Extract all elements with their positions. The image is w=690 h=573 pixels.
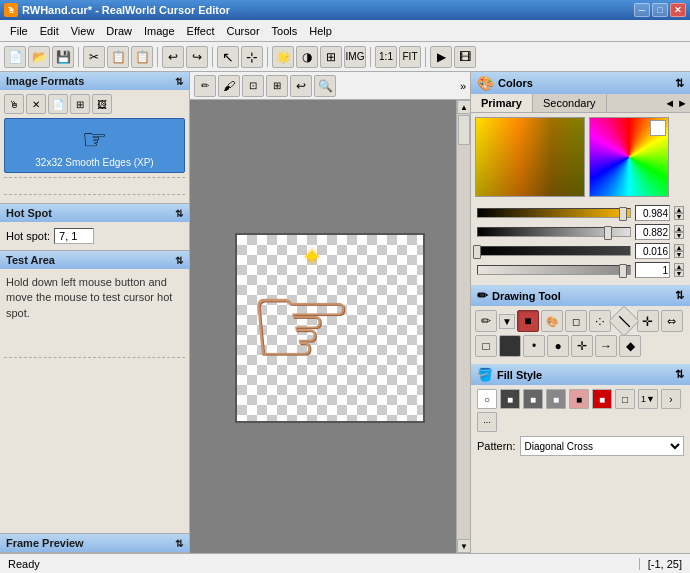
menu-image[interactable]: Image [138, 23, 181, 39]
pencil-dropdown[interactable]: ▼ [499, 314, 515, 329]
spray-tool[interactable]: ·:· [589, 310, 611, 332]
red-slider-track[interactable] [477, 208, 631, 218]
effects-btn3[interactable]: ⊞ [320, 46, 342, 68]
alpha-slider-thumb[interactable] [619, 264, 627, 278]
green-slider-thumb[interactable] [604, 226, 612, 240]
fill-tool[interactable]: ■ [517, 310, 539, 332]
mirror-tool[interactable]: ⇔ [661, 310, 683, 332]
paste-button[interactable]: 📋 [131, 46, 153, 68]
green-spin-down[interactable]: ▼ [674, 232, 684, 239]
format-btn-1[interactable]: 🖱 [4, 94, 24, 114]
menu-view[interactable]: View [65, 23, 101, 39]
pattern-select[interactable]: Diagonal Cross Solid Horizontal Vertical… [520, 436, 684, 456]
fill-num1[interactable]: 1▼ [638, 389, 658, 409]
primary-tab[interactable]: Primary [471, 94, 533, 112]
dot-tool[interactable]: • [523, 335, 545, 357]
cursor-icon[interactable]: ↖ [217, 46, 239, 68]
copy-button[interactable]: 📋 [107, 46, 129, 68]
select-icon[interactable]: ⊹ [241, 46, 263, 68]
alpha-spin-down[interactable]: ▼ [674, 270, 684, 277]
fill-none[interactable]: ○ [477, 389, 497, 409]
toolbar-expand[interactable]: » [460, 80, 466, 92]
fill-dots[interactable]: ··· [477, 412, 497, 432]
draw-tool-1[interactable]: ✏ [194, 75, 216, 97]
draw-tool-5[interactable]: ↩ [290, 75, 312, 97]
green-spin-up[interactable]: ▲ [674, 225, 684, 232]
colors-collapse[interactable]: ⇅ [675, 77, 684, 90]
circle-tool[interactable]: ● [547, 335, 569, 357]
rect-tool[interactable]: □ [475, 335, 497, 357]
format-item[interactable]: ☞ 32x32 Smooth Edges (XP) [4, 118, 185, 173]
maximize-button[interactable]: □ [652, 3, 668, 17]
effects-btn2[interactable]: ◑ [296, 46, 318, 68]
line-tool[interactable]: | [608, 305, 639, 336]
anim-btn[interactable]: ▶ [430, 46, 452, 68]
fill-style-collapse[interactable]: ⇅ [675, 368, 684, 381]
blue-spin-up[interactable]: ▲ [674, 244, 684, 251]
cross-tool[interactable]: ✛ [571, 335, 593, 357]
alpha-slider-track[interactable] [477, 265, 631, 275]
red-slider-thumb[interactable] [619, 207, 627, 221]
next-color-icon[interactable]: ► [677, 97, 688, 109]
cursor-canvas[interactable]: ✦ ☞ [235, 233, 425, 423]
new-button[interactable]: 📄 [4, 46, 26, 68]
red-spin-up[interactable]: ▲ [674, 206, 684, 213]
fill-gray2[interactable]: ■ [523, 389, 543, 409]
zoom-fit[interactable]: FIT [399, 46, 421, 68]
menu-edit[interactable]: Edit [34, 23, 65, 39]
fill-pink[interactable]: ■ [569, 389, 589, 409]
redo-button[interactable]: ↪ [186, 46, 208, 68]
draw-tool-2[interactable]: 🖌 [218, 75, 240, 97]
menu-effect[interactable]: Effect [181, 23, 221, 39]
format-btn-4[interactable]: ⊞ [70, 94, 90, 114]
draw-tool-4[interactable]: ⊞ [266, 75, 288, 97]
primary-color-picker[interactable] [475, 117, 585, 197]
zoom-icon[interactable]: 1:1 [375, 46, 397, 68]
window-controls[interactable]: ─ □ ✕ [634, 3, 686, 17]
fill-red[interactable]: ■ [592, 389, 612, 409]
test-area-content[interactable]: Hold down left mouse button and move the… [0, 269, 189, 349]
canvas-area[interactable]: ✦ ☞ [190, 102, 470, 553]
menu-file[interactable]: File [4, 23, 34, 39]
pencil-tool[interactable]: ✏ [475, 310, 497, 332]
hot-spot-collapse[interactable]: ⇅ [175, 208, 183, 219]
fill-gray1[interactable]: ■ [500, 389, 520, 409]
green-slider-track[interactable] [477, 227, 631, 237]
hot-spot-value[interactable]: 7, 1 [54, 228, 94, 244]
open-button[interactable]: 📂 [28, 46, 50, 68]
move-tool[interactable]: ✛ [637, 310, 659, 332]
red-slider-value[interactable]: 0.984 [635, 205, 670, 221]
menu-cursor[interactable]: Cursor [221, 23, 266, 39]
format-btn-3[interactable]: 📄 [48, 94, 68, 114]
effects-btn1[interactable]: 🌟 [272, 46, 294, 68]
close-button[interactable]: ✕ [670, 3, 686, 17]
anim-btn2[interactable]: 🎞 [454, 46, 476, 68]
frame-preview-collapse[interactable]: ⇅ [175, 538, 183, 549]
blue-spin-down[interactable]: ▼ [674, 251, 684, 258]
menu-tools[interactable]: Tools [266, 23, 304, 39]
blue-slider-thumb[interactable] [473, 245, 481, 259]
fill-arrow[interactable]: › [661, 389, 681, 409]
fill-outline[interactable]: □ [615, 389, 635, 409]
scroll-track[interactable] [457, 114, 470, 539]
color-gradient[interactable] [476, 118, 584, 196]
undo-button[interactable]: ↩ [162, 46, 184, 68]
eraser-tool[interactable]: ◻ [565, 310, 587, 332]
arrow-tool[interactable]: → [595, 335, 617, 357]
image-formats-collapse[interactable]: ⇅ [175, 76, 183, 87]
draw-tool-6[interactable]: 🔍 [314, 75, 336, 97]
scroll-thumb[interactable] [458, 115, 470, 145]
drawing-tool-collapse[interactable]: ⇅ [675, 289, 684, 302]
secondary-tab[interactable]: Secondary [533, 94, 607, 112]
alpha-slider-value[interactable]: 1 [635, 262, 670, 278]
color-tab-arrows[interactable]: ◄ ► [662, 94, 690, 112]
green-slider-spin[interactable]: ▲ ▼ [674, 225, 684, 239]
black-square[interactable] [499, 335, 521, 357]
secondary-color-picker[interactable] [589, 117, 669, 197]
menu-help[interactable]: Help [303, 23, 338, 39]
draw-tool-3[interactable]: ⊡ [242, 75, 264, 97]
color-pick-tool[interactable]: 🎨 [541, 310, 563, 332]
scroll-up-button[interactable]: ▲ [457, 100, 470, 114]
blue-slider-spin[interactable]: ▲ ▼ [674, 244, 684, 258]
canvas-scrollbar[interactable]: ▲ ▼ [456, 100, 470, 553]
